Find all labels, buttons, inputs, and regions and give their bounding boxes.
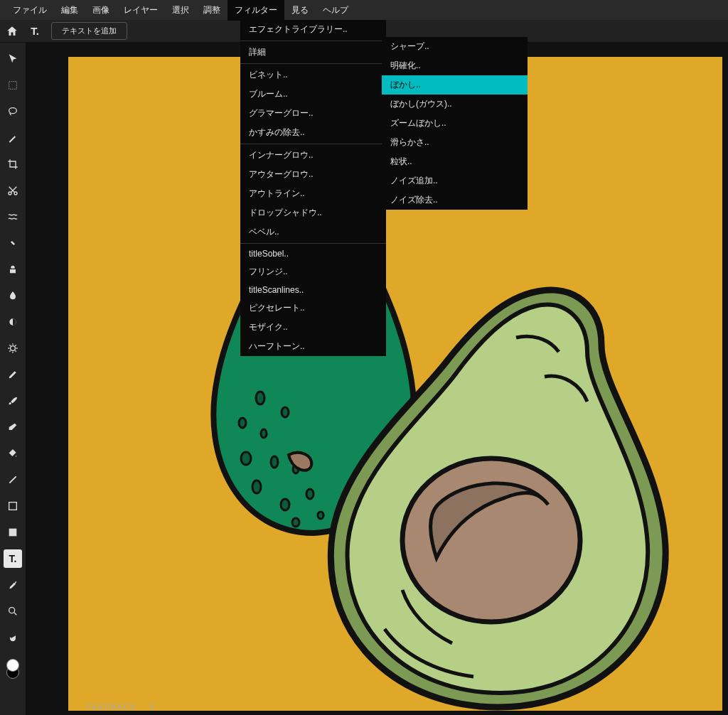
filter-fringe[interactable]: フリンジ.. bbox=[240, 262, 386, 281]
text-tool[interactable]: T. bbox=[4, 549, 22, 568]
submenu-grain[interactable]: 粒状.. bbox=[382, 152, 528, 171]
add-text-button[interactable]: テキストを追加 bbox=[51, 22, 127, 40]
menu-view[interactable]: 見る bbox=[284, 0, 316, 21]
crop-tool[interactable] bbox=[4, 155, 22, 173]
heal-tool[interactable] bbox=[4, 234, 22, 252]
svg-point-13 bbox=[282, 407, 289, 417]
primary-color-swatch[interactable] bbox=[6, 659, 19, 672]
filter-dehaze[interactable]: かすみの除去.. bbox=[240, 123, 386, 142]
filter-sobel[interactable]: titleSobel.. bbox=[240, 245, 386, 262]
svg-point-18 bbox=[281, 499, 289, 510]
feedback-label[interactable]: FEEDBACK bbox=[87, 703, 136, 711]
eyedropper-tool[interactable] bbox=[4, 576, 22, 594]
eraser-tool[interactable] bbox=[4, 418, 22, 436]
marquee-tool[interactable] bbox=[4, 76, 22, 95]
frame-tool[interactable] bbox=[4, 523, 22, 542]
dodge-tool[interactable] bbox=[4, 313, 22, 331]
svg-point-9 bbox=[9, 608, 15, 613]
filter-inner-glow[interactable]: インナーグロウ.. bbox=[240, 146, 386, 165]
filter-scanlines[interactable]: titleScanlines.. bbox=[240, 281, 386, 299]
filter-glamour-glow[interactable]: グラマーグロー.. bbox=[240, 104, 386, 123]
filter-halftone[interactable]: ハーフトーン.. bbox=[240, 337, 386, 356]
submenu-smooth[interactable]: 滑らかさ.. bbox=[382, 133, 528, 152]
menu-edit[interactable]: 編集 bbox=[54, 0, 85, 21]
details-submenu: シャープ.. 明確化.. ぼかし.. ぼかし(ガウス).. ズームぼかし.. 滑… bbox=[382, 37, 528, 210]
fill-tool[interactable] bbox=[4, 444, 22, 463]
toolbar: T. bbox=[0, 43, 26, 715]
hand-tool[interactable] bbox=[4, 628, 22, 647]
menu-image[interactable]: 画像 bbox=[85, 0, 117, 21]
submenu-add-noise[interactable]: ノイズ追加.. bbox=[382, 171, 528, 190]
filter-bloom[interactable]: ブルーム.. bbox=[240, 85, 386, 104]
lasso-tool[interactable] bbox=[4, 102, 22, 121]
menu-layer[interactable]: レイヤー bbox=[117, 0, 165, 21]
home-icon[interactable] bbox=[6, 25, 18, 38]
svg-rect-8 bbox=[9, 529, 17, 537]
svg-point-11 bbox=[239, 418, 246, 428]
filter-bevel[interactable]: ベベル.. bbox=[240, 222, 386, 242]
feedback-bar: FEEDBACK X bbox=[87, 703, 156, 711]
svg-point-14 bbox=[241, 452, 251, 465]
filter-details[interactable]: 詳細 bbox=[240, 43, 386, 62]
svg-point-15 bbox=[271, 456, 278, 468]
svg-point-16 bbox=[252, 480, 261, 493]
filter-outline[interactable]: アウトライン.. bbox=[240, 184, 386, 203]
svg-point-10 bbox=[256, 392, 264, 404]
submenu-blur[interactable]: ぼかし.. bbox=[382, 75, 528, 95]
submenu-zoom-blur[interactable]: ズームぼかし.. bbox=[382, 114, 528, 133]
submenu-gaussian-blur[interactable]: ぼかし(ガウス).. bbox=[382, 95, 528, 114]
shape-tool[interactable] bbox=[4, 497, 22, 515]
gradient-tool[interactable] bbox=[4, 471, 22, 489]
menubar: ファイル 編集 画像 レイヤー 選択 調整 フィルター 見る ヘルプ bbox=[0, 0, 728, 20]
filter-pixelate[interactable]: ピクセレート.. bbox=[240, 299, 386, 318]
color-swatches[interactable] bbox=[4, 659, 22, 680]
submenu-remove-noise[interactable]: ノイズ除去.. bbox=[382, 190, 528, 210]
clone-tool[interactable] bbox=[4, 260, 22, 279]
filter-drop-shadow[interactable]: ドロップシャドウ.. bbox=[240, 203, 386, 222]
submenu-sharpen[interactable]: シャープ.. bbox=[382, 37, 528, 56]
menu-help[interactable]: ヘルプ bbox=[316, 0, 355, 21]
brush-tool[interactable] bbox=[4, 392, 22, 410]
menu-filter[interactable]: フィルター bbox=[228, 0, 284, 21]
menu-adjust[interactable]: 調整 bbox=[196, 0, 228, 21]
svg-rect-7 bbox=[9, 502, 17, 510]
zoom-tool[interactable] bbox=[4, 602, 22, 620]
svg-point-12 bbox=[261, 429, 267, 438]
svg-point-6 bbox=[11, 346, 16, 351]
menu-file[interactable]: ファイル bbox=[6, 0, 54, 21]
filter-effect-library[interactable]: エフェクトライブラリー.. bbox=[240, 20, 386, 39]
text-tool-indicator-icon: T. bbox=[28, 25, 41, 38]
filter-dropdown: エフェクトライブラリー.. 詳細 ビネット.. ブルーム.. グラマーグロー..… bbox=[240, 20, 386, 356]
filter-outer-glow[interactable]: アウターグロウ.. bbox=[240, 165, 386, 184]
arrow-tool[interactable] bbox=[4, 50, 22, 68]
feedback-close[interactable]: X bbox=[149, 703, 156, 711]
pen-tool[interactable] bbox=[4, 365, 22, 384]
svg-rect-0 bbox=[9, 82, 17, 90]
filter-mosaic[interactable]: モザイク.. bbox=[240, 318, 386, 337]
menu-select[interactable]: 選択 bbox=[165, 0, 196, 21]
svg-point-20 bbox=[292, 518, 299, 527]
svg-rect-4 bbox=[11, 241, 16, 246]
sponge-tool[interactable] bbox=[4, 339, 22, 358]
cut-tool[interactable] bbox=[4, 181, 22, 200]
liquify-tool[interactable] bbox=[4, 208, 22, 226]
submenu-clarity[interactable]: 明確化.. bbox=[382, 56, 528, 75]
blur-tool[interactable] bbox=[4, 286, 22, 305]
wand-tool[interactable] bbox=[4, 129, 22, 147]
filter-vignette[interactable]: ビネット.. bbox=[240, 65, 386, 85]
